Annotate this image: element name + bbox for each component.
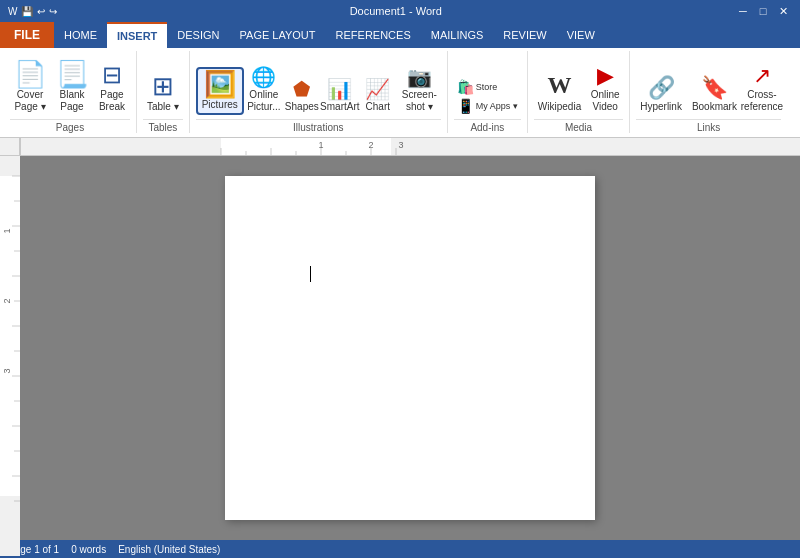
links-items: 🔗 Hyperlink 🔖 Bookmark ↗ Cross-reference bbox=[636, 53, 781, 117]
page-break-icon: ⊟ bbox=[102, 63, 122, 87]
illustrations-items: 🖼️ Pictures 🌐 OnlinePictur... ⬟ Shapes 📊… bbox=[196, 53, 441, 117]
ruler-side bbox=[0, 138, 20, 155]
smartart-button[interactable]: 📊 SmartArt bbox=[322, 77, 358, 115]
restore-btn[interactable]: □ bbox=[754, 2, 772, 20]
pictures-button[interactable]: 🖼️ Pictures bbox=[196, 67, 244, 115]
svg-rect-1 bbox=[221, 138, 391, 155]
smartart-icon: 📊 bbox=[327, 79, 352, 99]
chart-button[interactable]: 📈 Chart bbox=[360, 77, 396, 115]
menu-file[interactable]: FILE bbox=[0, 22, 54, 48]
ribbon-group-links: 🔗 Hyperlink 🔖 Bookmark ↗ Cross-reference… bbox=[630, 51, 787, 133]
online-video-label: OnlineVideo bbox=[591, 89, 620, 113]
svg-text:3: 3 bbox=[2, 368, 12, 373]
main-area: 1 2 3 bbox=[0, 156, 800, 540]
title-bar-icons: W 💾 ↩ ↪ bbox=[8, 6, 57, 17]
svg-text:1: 1 bbox=[318, 140, 323, 150]
tables-label: Tables bbox=[143, 119, 183, 133]
redo-icon[interactable]: ↪ bbox=[49, 6, 57, 17]
cross-reference-icon: ↗ bbox=[753, 65, 771, 87]
svg-rect-14 bbox=[0, 176, 20, 496]
bookmark-label: Bookmark bbox=[692, 101, 737, 113]
my-apps-label: My Apps ▾ bbox=[476, 101, 518, 111]
screenshot-label: Screen-shot ▾ bbox=[402, 89, 437, 113]
close-btn[interactable]: ✕ bbox=[774, 2, 792, 20]
bookmark-button[interactable]: 🔖 Bookmark bbox=[688, 75, 741, 115]
cross-reference-button[interactable]: ↗ Cross-reference bbox=[743, 63, 781, 115]
title-bar: W 💾 ↩ ↪ Document1 - Word ─ □ ✕ bbox=[0, 0, 800, 22]
chart-label: Chart bbox=[366, 101, 390, 113]
menu-review[interactable]: REVIEW bbox=[493, 22, 556, 48]
pages-label: Pages bbox=[10, 119, 130, 133]
addins-items: 🛍️ Store 📱 My Apps ▾ bbox=[454, 53, 521, 117]
svg-text:2: 2 bbox=[2, 298, 12, 303]
document-page[interactable] bbox=[225, 176, 595, 520]
table-button[interactable]: ⊞ Table ▾ bbox=[143, 71, 183, 115]
save-icon[interactable]: 💾 bbox=[21, 6, 33, 17]
menu-mailings[interactable]: MAILINGS bbox=[421, 22, 494, 48]
online-video-button[interactable]: ▶ OnlineVideo bbox=[587, 63, 623, 115]
wikipedia-label: Wikipedia bbox=[538, 101, 581, 113]
ribbon-group-tables: ⊞ Table ▾ Tables bbox=[137, 51, 190, 133]
shapes-button[interactable]: ⬟ Shapes bbox=[284, 77, 320, 115]
word-count: 0 words bbox=[71, 544, 106, 555]
horizontal-ruler: 1 2 3 bbox=[20, 138, 800, 155]
ribbon-group-illustrations: 🖼️ Pictures 🌐 OnlinePictur... ⬟ Shapes 📊… bbox=[190, 51, 448, 133]
ribbon-group-pages: 📄 CoverPage ▾ 📃 BlankPage ⊟ PageBreak Pa… bbox=[4, 51, 137, 133]
my-apps-icon: 📱 bbox=[457, 98, 474, 114]
store-icon: 🛍️ bbox=[457, 79, 474, 95]
media-items: W Wikipedia ▶ OnlineVideo bbox=[534, 53, 623, 117]
page-break-button[interactable]: ⊟ PageBreak bbox=[94, 61, 130, 115]
links-label: Links bbox=[636, 119, 781, 133]
bookmark-icon: 🔖 bbox=[701, 77, 728, 99]
wikipedia-icon: W bbox=[548, 72, 572, 99]
online-pictures-label: OnlinePictur... bbox=[247, 89, 280, 113]
hyperlink-icon: 🔗 bbox=[648, 77, 675, 99]
hyperlink-label: Hyperlink bbox=[640, 101, 682, 113]
vertical-ruler: 1 2 3 bbox=[0, 156, 20, 540]
cover-page-button[interactable]: 📄 CoverPage ▾ bbox=[10, 59, 50, 115]
page-break-label: PageBreak bbox=[99, 89, 125, 113]
shapes-label: Shapes bbox=[285, 101, 319, 113]
word-icon: W bbox=[8, 6, 17, 17]
shapes-icon: ⬟ bbox=[293, 79, 310, 99]
ribbon-group-addins: 🛍️ Store 📱 My Apps ▾ Add-ins bbox=[448, 51, 528, 133]
pictures-label: Pictures bbox=[202, 99, 238, 111]
wikipedia-button[interactable]: W Wikipedia bbox=[534, 70, 585, 115]
menu-references[interactable]: REFERENCES bbox=[326, 22, 421, 48]
document-area[interactable] bbox=[20, 156, 800, 540]
my-apps-button[interactable]: 📱 My Apps ▾ bbox=[454, 97, 521, 115]
blank-page-icon: 📃 bbox=[56, 61, 88, 87]
screenshot-button[interactable]: 📷 Screen-shot ▾ bbox=[398, 65, 441, 115]
menu-insert[interactable]: INSERT bbox=[107, 22, 167, 48]
menu-home[interactable]: HOME bbox=[54, 22, 107, 48]
online-pictures-button[interactable]: 🌐 OnlinePictur... bbox=[246, 65, 282, 115]
store-label: Store bbox=[476, 82, 498, 92]
pictures-icon: 🖼️ bbox=[204, 71, 236, 97]
menu-page-layout[interactable]: PAGE LAYOUT bbox=[230, 22, 326, 48]
svg-text:3: 3 bbox=[398, 140, 403, 150]
cross-reference-label: Cross-reference bbox=[741, 89, 783, 113]
cover-page-label: CoverPage ▾ bbox=[14, 89, 45, 113]
blank-page-button[interactable]: 📃 BlankPage bbox=[52, 59, 92, 115]
tables-items: ⊞ Table ▾ bbox=[143, 53, 183, 117]
ribbon-group-media: W Wikipedia ▶ OnlineVideo Media bbox=[528, 51, 630, 133]
store-button[interactable]: 🛍️ Store bbox=[454, 78, 521, 96]
text-cursor bbox=[310, 266, 311, 282]
screenshot-icon: 📷 bbox=[407, 67, 432, 87]
undo-icon[interactable]: ↩ bbox=[37, 6, 45, 17]
smartart-label: SmartArt bbox=[320, 101, 359, 113]
language: English (United States) bbox=[118, 544, 220, 555]
menu-view[interactable]: VIEW bbox=[557, 22, 605, 48]
menu-bar: FILE HOME INSERT DESIGN PAGE LAYOUT REFE… bbox=[0, 22, 800, 48]
pages-items: 📄 CoverPage ▾ 📃 BlankPage ⊟ PageBreak bbox=[10, 53, 130, 117]
svg-text:2: 2 bbox=[368, 140, 373, 150]
table-label: Table ▾ bbox=[147, 101, 179, 113]
ruler-area: 1 2 3 bbox=[0, 138, 800, 156]
cover-page-icon: 📄 bbox=[14, 61, 46, 87]
title-controls: ─ □ ✕ bbox=[734, 2, 792, 20]
menu-design[interactable]: DESIGN bbox=[167, 22, 229, 48]
minimize-btn[interactable]: ─ bbox=[734, 2, 752, 20]
hyperlink-button[interactable]: 🔗 Hyperlink bbox=[636, 75, 686, 115]
online-video-icon: ▶ bbox=[597, 65, 614, 87]
addins-label: Add-ins bbox=[454, 119, 521, 133]
